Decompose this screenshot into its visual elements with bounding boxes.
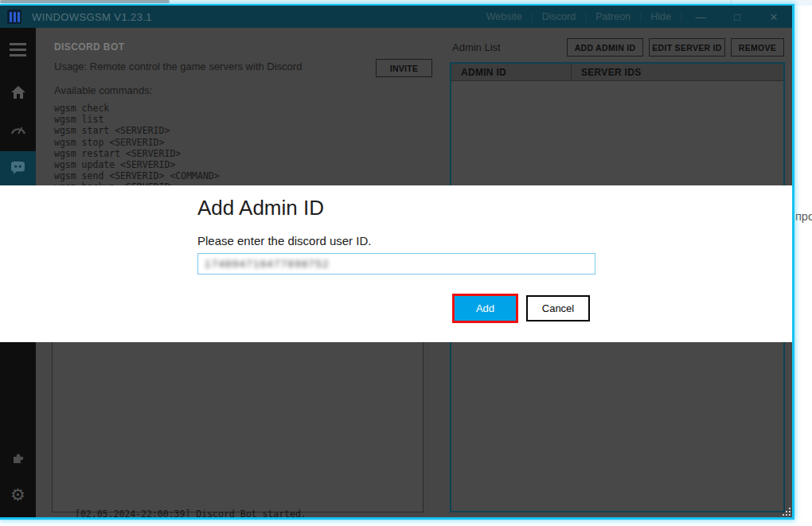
command-line: wgsm restart <SERVERID> xyxy=(54,148,181,159)
command-line: wgsm start <SERVERID> xyxy=(54,125,170,136)
app-logo-icon xyxy=(7,10,21,24)
bot-log-lines: [02.05.2024-22:00:39] Discord Bot starte… xyxy=(75,508,306,517)
sidebar-item-discord-bot[interactable] xyxy=(0,151,36,187)
sidebar-item-plugins[interactable] xyxy=(0,445,36,475)
resize-grip[interactable] xyxy=(781,506,791,516)
discord-user-id-input[interactable]: 174894716477898752 xyxy=(197,253,595,275)
home-icon xyxy=(10,85,26,103)
title-bar[interactable]: WINDOWSGSM V1.23.1 Website | Discord | P… xyxy=(0,6,792,28)
gear-icon: ⚙ xyxy=(10,486,25,503)
column-header-admin-id[interactable]: ADMIN ID xyxy=(451,67,571,78)
minimize-button[interactable]: — xyxy=(682,10,719,25)
discord-user-id-value: 174894716477898752 xyxy=(205,258,330,270)
add-admin-id-button[interactable]: ADD ADMIN ID xyxy=(567,38,643,56)
command-line: wgsm check xyxy=(54,103,109,114)
command-list: wgsm check wgsm list wgsm start <SERVERI… xyxy=(54,103,220,193)
close-button[interactable]: ✕ xyxy=(755,10,792,25)
add-button-highlight-annotation: Add xyxy=(452,294,518,323)
link-website[interactable]: Website xyxy=(478,11,531,22)
add-admin-id-dialog: Add Admin ID Please enter the discord us… xyxy=(0,185,792,342)
background-scrollbar[interactable] xyxy=(0,0,170,3)
link-patreon[interactable]: Patreon xyxy=(587,11,639,22)
sidebar-item-menu[interactable] xyxy=(0,34,36,64)
edit-server-id-button[interactable]: EDIT SERVER ID xyxy=(649,38,725,56)
puzzle-icon xyxy=(11,451,25,469)
admin-table-header: ADMIN ID SERVER IDS xyxy=(451,64,783,81)
dialog-prompt: Please enter the discord user ID. xyxy=(197,234,371,247)
link-hide[interactable]: Hide xyxy=(642,11,680,22)
usage-text: Usage: Remote control the game servers w… xyxy=(54,60,302,72)
cancel-button[interactable]: Cancel xyxy=(526,295,590,321)
command-line: wgsm stop <SERVERID> xyxy=(54,137,164,148)
remove-button[interactable]: REMOVE xyxy=(731,38,784,56)
admin-list-label: Admin List xyxy=(452,41,501,53)
dialog-title: Add Admin ID xyxy=(197,196,324,220)
available-commands-label: Available commands: xyxy=(54,84,152,96)
discord-icon xyxy=(10,160,26,178)
invite-button[interactable]: INVITE xyxy=(376,59,432,77)
sidebar-item-dashboard[interactable] xyxy=(0,115,36,146)
column-header-server-ids[interactable]: SERVER IDS xyxy=(572,67,641,78)
window-title: WINDOWSGSM V1.23.1 xyxy=(32,11,152,23)
hamburger-menu-icon xyxy=(10,43,26,56)
windowsgsm-window: WINDOWSGSM V1.23.1 Website | Discord | P… xyxy=(0,4,794,520)
log-line: [02.05.2024-22:00:39] Discord Bot starte… xyxy=(75,508,306,517)
command-line: wgsm update <SERVERID> xyxy=(54,159,175,170)
link-discord[interactable]: Discord xyxy=(533,11,584,22)
command-line: wgsm send <SERVERID> <COMMAND> xyxy=(54,170,220,181)
gauge-icon xyxy=(10,123,26,138)
maximize-button[interactable]: □ xyxy=(719,10,755,25)
sidebar-item-settings[interactable]: ⚙ xyxy=(0,479,36,509)
sidebar-item-home[interactable] xyxy=(0,79,36,109)
command-line: wgsm list xyxy=(54,114,103,125)
add-button[interactable]: Add xyxy=(455,296,516,321)
background-page-text: прос xyxy=(795,210,812,224)
page-title: DISCORD BOT xyxy=(54,41,124,53)
